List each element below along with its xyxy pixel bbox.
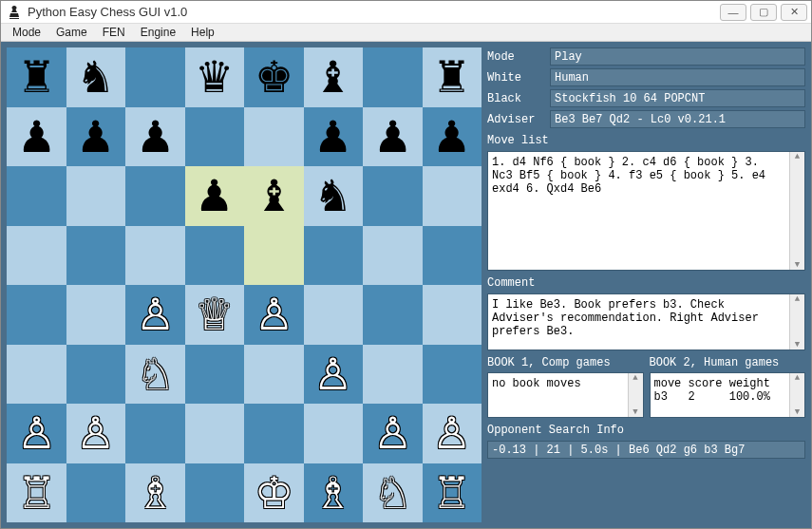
square-e7[interactable] bbox=[244, 107, 304, 167]
menu-mode[interactable]: Mode bbox=[5, 24, 48, 41]
piece-wn[interactable]: ♘ bbox=[136, 352, 175, 396]
piece-wq[interactable]: ♕ bbox=[195, 293, 234, 336]
square-a3[interactable] bbox=[7, 345, 66, 405]
scroll-down-icon[interactable]: ▼ bbox=[795, 407, 800, 417]
movelist-textbox[interactable]: 1. d4 Nf6 { book } 2. c4 d6 { book } 3. … bbox=[487, 151, 805, 271]
scrollbar[interactable]: ▲▼ bbox=[789, 294, 804, 350]
black-value[interactable]: Stockfish 10 64 POPCNT bbox=[550, 89, 805, 107]
square-a1[interactable]: ♖ bbox=[7, 463, 66, 523]
square-d7[interactable] bbox=[185, 107, 245, 167]
square-g1[interactable]: ♘ bbox=[363, 463, 423, 523]
mode-value[interactable]: Play bbox=[550, 47, 805, 66]
scroll-up-icon[interactable]: ▲ bbox=[795, 294, 800, 304]
scrollbar[interactable]: ▲▼ bbox=[789, 373, 804, 417]
square-c4[interactable]: ♙ bbox=[125, 285, 185, 345]
piece-wk[interactable]: ♔ bbox=[255, 471, 293, 515]
square-f1[interactable]: ♗ bbox=[304, 463, 364, 523]
piece-wp[interactable]: ♙ bbox=[76, 411, 115, 455]
book2-textbox[interactable]: move score weight b3 2 100.0% ▲▼ bbox=[650, 372, 806, 418]
square-a2[interactable]: ♙ bbox=[7, 404, 66, 463]
piece-br[interactable]: ♜ bbox=[432, 55, 471, 99]
square-e4[interactable]: ♙ bbox=[244, 285, 304, 345]
piece-bp[interactable]: ♟ bbox=[373, 115, 412, 159]
square-d1[interactable] bbox=[185, 463, 245, 523]
square-b4[interactable] bbox=[66, 285, 126, 345]
square-b8[interactable]: ♞ bbox=[66, 47, 126, 107]
piece-bp[interactable]: ♟ bbox=[195, 174, 234, 217]
scroll-up-icon[interactable]: ▲ bbox=[795, 373, 800, 383]
square-g6[interactable] bbox=[363, 166, 423, 226]
piece-wr[interactable]: ♖ bbox=[432, 471, 471, 515]
scrollbar[interactable]: ▲▼ bbox=[628, 373, 643, 417]
piece-bb[interactable]: ♝ bbox=[255, 174, 293, 217]
square-e1[interactable]: ♔ bbox=[244, 463, 304, 523]
piece-wp[interactable]: ♙ bbox=[17, 411, 56, 455]
square-b3[interactable] bbox=[66, 345, 126, 405]
piece-wb[interactable]: ♗ bbox=[313, 471, 352, 515]
square-h6[interactable] bbox=[423, 166, 482, 226]
square-h2[interactable]: ♙ bbox=[423, 404, 482, 463]
square-g2[interactable]: ♙ bbox=[363, 404, 423, 463]
scrollbar[interactable]: ▲▼ bbox=[789, 152, 804, 270]
square-e8[interactable]: ♚ bbox=[244, 47, 304, 107]
maximize-button[interactable]: ▢ bbox=[750, 4, 777, 21]
square-g4[interactable] bbox=[363, 285, 423, 345]
piece-wp[interactable]: ♙ bbox=[373, 411, 412, 455]
square-f8[interactable]: ♝ bbox=[304, 47, 364, 107]
square-c6[interactable] bbox=[125, 166, 185, 226]
menu-engine[interactable]: Engine bbox=[133, 24, 183, 41]
square-a8[interactable]: ♜ bbox=[7, 47, 66, 107]
close-button[interactable]: ✕ bbox=[781, 4, 807, 21]
square-e5[interactable] bbox=[244, 226, 304, 286]
piece-wr[interactable]: ♖ bbox=[17, 471, 56, 515]
scroll-down-icon[interactable]: ▼ bbox=[795, 340, 800, 350]
scroll-up-icon[interactable]: ▲ bbox=[795, 152, 800, 161]
square-h3[interactable] bbox=[423, 345, 482, 405]
square-f5[interactable] bbox=[304, 226, 364, 286]
comment-textbox[interactable]: I like Be3. Book prefers b3. Check Advis… bbox=[487, 293, 805, 350]
square-b7[interactable]: ♟ bbox=[66, 107, 126, 167]
square-h5[interactable] bbox=[423, 226, 482, 286]
square-a4[interactable] bbox=[7, 285, 66, 345]
piece-bp[interactable]: ♟ bbox=[313, 115, 352, 159]
piece-wp[interactable]: ♙ bbox=[136, 293, 175, 336]
white-value[interactable]: Human bbox=[550, 68, 805, 86]
piece-bn[interactable]: ♞ bbox=[313, 174, 352, 217]
square-e6[interactable]: ♝ bbox=[244, 166, 304, 226]
square-d4[interactable]: ♕ bbox=[185, 285, 245, 345]
square-c2[interactable] bbox=[125, 404, 185, 463]
piece-bp[interactable]: ♟ bbox=[76, 115, 115, 159]
square-a7[interactable]: ♟ bbox=[7, 107, 66, 167]
square-g8[interactable] bbox=[363, 47, 423, 107]
chess-board[interactable]: ♜♞♛♚♝♜♟♟♟♟♟♟♟♝♞♙♕♙♘♙♙♙♙♙♖♗♔♗♘♖ bbox=[7, 47, 482, 522]
square-e3[interactable] bbox=[244, 345, 304, 405]
piece-wn[interactable]: ♘ bbox=[373, 471, 412, 515]
piece-bp[interactable]: ♟ bbox=[136, 115, 175, 159]
square-c7[interactable]: ♟ bbox=[125, 107, 185, 167]
square-e2[interactable] bbox=[244, 404, 304, 463]
square-d3[interactable] bbox=[185, 345, 245, 405]
square-g7[interactable]: ♟ bbox=[363, 107, 423, 167]
scroll-down-icon[interactable]: ▼ bbox=[795, 260, 800, 270]
piece-wp[interactable]: ♙ bbox=[313, 352, 352, 396]
square-b1[interactable] bbox=[66, 463, 126, 523]
square-c8[interactable] bbox=[125, 47, 185, 107]
piece-bb[interactable]: ♝ bbox=[313, 55, 352, 99]
menu-fen[interactable]: FEN bbox=[95, 24, 133, 41]
square-c3[interactable]: ♘ bbox=[125, 345, 185, 405]
opp-textbox[interactable]: -0.13 | 21 | 5.0s | Be6 Qd2 g6 b3 Bg7 bbox=[487, 441, 805, 459]
square-a5[interactable] bbox=[7, 226, 66, 286]
square-b2[interactable]: ♙ bbox=[66, 404, 126, 463]
square-b5[interactable] bbox=[66, 226, 126, 286]
square-d6[interactable]: ♟ bbox=[185, 166, 245, 226]
square-f7[interactable]: ♟ bbox=[304, 107, 364, 167]
piece-bq[interactable]: ♛ bbox=[195, 55, 234, 99]
piece-bn[interactable]: ♞ bbox=[76, 55, 115, 99]
square-g3[interactable] bbox=[363, 345, 423, 405]
piece-bk[interactable]: ♚ bbox=[255, 55, 293, 99]
square-f3[interactable]: ♙ bbox=[304, 345, 364, 405]
piece-br[interactable]: ♜ bbox=[17, 55, 56, 99]
square-f6[interactable]: ♞ bbox=[304, 166, 364, 226]
square-c1[interactable]: ♗ bbox=[125, 463, 185, 523]
piece-bp[interactable]: ♟ bbox=[17, 115, 56, 159]
